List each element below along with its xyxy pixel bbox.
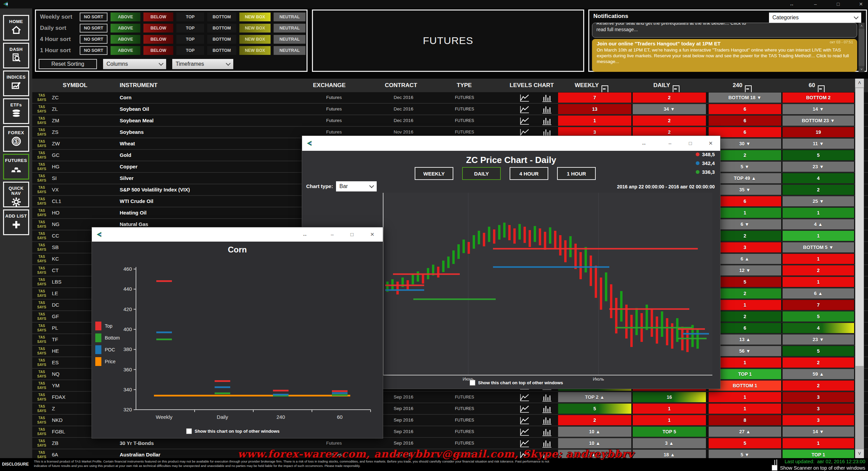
minimize-button[interactable]: – xyxy=(663,140,677,147)
levels-icon[interactable] xyxy=(519,439,530,448)
maximize-button[interactable]: □ xyxy=(832,1,844,8)
levels-icon[interactable] xyxy=(519,405,530,413)
maximize-button[interactable]: □ xyxy=(345,231,359,238)
scroll-up-icon[interactable]: ˄ xyxy=(859,23,865,29)
close-button[interactable]: ✕ xyxy=(704,140,717,147)
scanner-scrollbar[interactable]: ˄ ˅ xyxy=(855,79,864,458)
neutral-button[interactable]: NEUTRAL xyxy=(274,46,305,55)
levels-icon[interactable] xyxy=(519,428,530,436)
neutral-button[interactable]: NEUTRAL xyxy=(274,13,305,21)
chart-icon[interactable] xyxy=(542,428,552,436)
below-button[interactable]: BELOW xyxy=(143,35,173,44)
chart-icon[interactable] xyxy=(542,405,552,413)
categories-dropdown[interactable]: Categories xyxy=(769,13,861,23)
new-box-button[interactable]: NEW BOX xyxy=(239,35,271,44)
reset-sorting-button[interactable]: Reset Sorting xyxy=(39,59,97,69)
no-sort-button[interactable]: NO SORT xyxy=(80,46,107,55)
above-button[interactable]: ABOVE xyxy=(111,35,140,44)
scroll-down-icon[interactable]: ˅ xyxy=(855,449,864,458)
no-sort-button[interactable]: NO SORT xyxy=(80,13,107,21)
resize-icon[interactable]: ↔ xyxy=(786,1,797,8)
table-row-ZC[interactable]: TASSAYSZCCornFuturesDec 2016FUTURES72BOT… xyxy=(32,92,868,104)
show-on-top-option[interactable]: Show this chart on top of other windows xyxy=(470,380,563,386)
chart-icon[interactable] xyxy=(542,393,552,402)
timeframes-dropdown[interactable]: Timeframes xyxy=(172,59,233,69)
new-box-button[interactable]: NEW BOX xyxy=(239,13,271,21)
top-button[interactable]: TOP xyxy=(176,24,204,33)
bottom-button[interactable]: BOTTOM xyxy=(207,46,236,55)
levels-icon[interactable] xyxy=(519,393,530,402)
col-header-weekly[interactable]: WEEKLY xyxy=(575,82,599,89)
minimize-button[interactable]: – xyxy=(810,1,821,8)
top-button[interactable]: TOP xyxy=(176,46,204,55)
notification-item-gold[interactable]: окт 03 - 07:51 Join our online "Traders … xyxy=(592,39,857,72)
neutral-button[interactable]: NEUTRAL xyxy=(274,35,305,44)
levels-icon[interactable] xyxy=(519,117,530,125)
timeframe-button-1-hour[interactable]: 1 HOUR xyxy=(557,167,596,180)
window-titlebar[interactable]: ↔ – □ ✕ xyxy=(302,136,720,151)
columns-dropdown[interactable]: Columns xyxy=(103,59,166,69)
levels-icon[interactable] xyxy=(519,105,530,114)
sidebar-item-forex[interactable]: FOREX$ xyxy=(3,126,29,152)
chart-type-dropdown[interactable]: Bar xyxy=(336,181,377,191)
levels-icon[interactable] xyxy=(519,94,530,102)
timeframe-button-4-hour[interactable]: 4 HOUR xyxy=(510,167,548,180)
above-button[interactable]: ABOVE xyxy=(111,13,140,21)
chart-icon[interactable] xyxy=(542,94,552,102)
maximize-button[interactable]: □ xyxy=(684,140,697,147)
notifications-scrollbar[interactable]: ˄ ˅ xyxy=(859,23,865,72)
bottom-button[interactable]: BOTTOM xyxy=(207,13,236,21)
col-header-levels-chart[interactable]: LEVELS CHART xyxy=(510,82,554,89)
timeframe-button-daily[interactable]: DAILY xyxy=(462,167,501,180)
sidebar-item-home[interactable]: HOME xyxy=(3,15,29,41)
table-row-ZM[interactable]: TASSAYSZMSoybean MealFuturesDec 2016FUTU… xyxy=(32,115,868,127)
top-button[interactable]: TOP xyxy=(176,35,204,44)
new-box-button[interactable]: NEW BOX xyxy=(239,24,271,33)
levels-icon[interactable] xyxy=(519,416,530,425)
bottom-button[interactable]: BOTTOM xyxy=(207,24,236,33)
close-button[interactable]: ✕ xyxy=(366,231,379,238)
chart-icon[interactable] xyxy=(542,439,552,448)
window-titlebar[interactable]: ↔ – □ ✕ xyxy=(92,227,383,242)
sidebar-item-add-list[interactable]: ADD LIST xyxy=(3,209,29,235)
col-header-instrument[interactable]: INSTRUMENT xyxy=(120,82,157,89)
col-header-exchange[interactable]: EXCHANGE xyxy=(313,82,346,89)
sidebar-item-futures[interactable]: FUTURES xyxy=(3,154,29,180)
chart-icon[interactable] xyxy=(542,105,552,114)
show-scanner-option[interactable]: Show Scanner on top of other windows xyxy=(772,465,865,471)
col-header-type[interactable]: TYPE xyxy=(457,82,472,89)
scroll-up-icon[interactable]: ˄ xyxy=(855,79,864,87)
sidebar-item-dash[interactable]: DASH xyxy=(3,43,29,68)
minimize-button[interactable]: – xyxy=(326,231,339,238)
notification-item[interactable]: Reserve your seat and get the prerequisi… xyxy=(592,23,857,38)
timeframe-button-weekly[interactable]: WEEKLY xyxy=(415,167,453,180)
below-button[interactable]: BELOW xyxy=(143,24,173,33)
resize-icon[interactable]: ↔ xyxy=(298,231,312,238)
chart-icon[interactable] xyxy=(542,117,552,125)
sidebar-item-indices[interactable]: INDICES xyxy=(3,70,29,96)
checkbox-icon[interactable] xyxy=(186,428,192,434)
close-button[interactable]: ✕ xyxy=(855,1,867,8)
neutral-button[interactable]: NEUTRAL xyxy=(274,24,305,33)
sidebar-item-etfs[interactable]: ETFs xyxy=(3,98,29,124)
checkbox-icon[interactable] xyxy=(772,465,777,471)
scroll-down-icon[interactable]: ˅ xyxy=(859,66,865,72)
bottom-button[interactable]: BOTTOM xyxy=(207,35,236,44)
above-button[interactable]: ABOVE xyxy=(111,46,140,55)
scrollbar-thumb[interactable] xyxy=(855,88,864,366)
col-header-daily[interactable]: DAILY xyxy=(653,82,670,89)
below-button[interactable]: BELOW xyxy=(143,46,173,55)
above-button[interactable]: ABOVE xyxy=(111,24,140,33)
col-header-symbol[interactable]: SYMBOL xyxy=(63,82,87,89)
col-header-240[interactable]: 240 xyxy=(733,82,742,89)
new-box-button[interactable]: NEW BOX xyxy=(239,46,271,55)
table-row-ZB[interactable]: TASSAYSZB30 Yr T-BondsFuturesSep 2016FUT… xyxy=(32,438,868,449)
no-sort-button[interactable]: NO SORT xyxy=(80,24,107,33)
sidebar-item-quick-nav[interactable]: QUICK NAV xyxy=(3,182,29,207)
table-row-ZL[interactable]: TASSAYSZLSoybean OilFuturesDec 2016FUTUR… xyxy=(32,104,868,115)
checkbox-icon[interactable] xyxy=(470,380,475,386)
no-sort-button[interactable]: NO SORT xyxy=(80,35,107,44)
chart-icon[interactable] xyxy=(542,416,552,425)
resize-icon[interactable]: ↔ xyxy=(637,140,651,147)
below-button[interactable]: BELOW xyxy=(143,13,173,21)
